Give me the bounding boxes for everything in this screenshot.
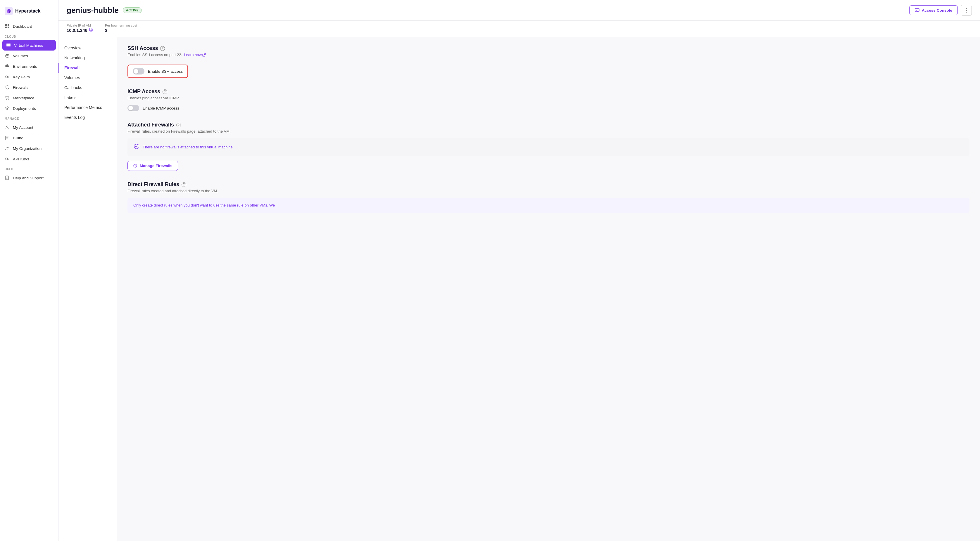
ssh-access-section: SSH Access ? Enables SSH access on port … xyxy=(127,45,969,78)
sidebar-item-marketplace[interactable]: Marketplace xyxy=(0,93,58,103)
svg-rect-19 xyxy=(915,8,919,12)
svg-point-7 xyxy=(10,44,10,44)
direct-fw-help-icon[interactable]: ? xyxy=(181,182,186,187)
manage-firewalls-button[interactable]: Manage Firewalls xyxy=(127,161,178,171)
private-ip-info: Private IP of VM 10.0.1.246 xyxy=(67,24,93,33)
my-organization-label: My Organization xyxy=(13,146,41,151)
sidebar-item-key-pairs[interactable]: Key Pairs xyxy=(0,71,58,82)
api-key-icon xyxy=(5,156,10,162)
ssh-toggle-track xyxy=(133,68,145,75)
volumes-label: Volumes xyxy=(13,54,28,58)
cost-value: $ xyxy=(105,28,137,33)
subnav-events-log[interactable]: Events Log xyxy=(59,113,117,122)
sidebar-item-environments[interactable]: Environments xyxy=(0,61,58,71)
vm-name-title: genius-hubble xyxy=(67,6,119,15)
icmp-access-section: ICMP Access ? Enables ping access via IC… xyxy=(127,89,969,111)
marketplace-label: Marketplace xyxy=(13,96,35,100)
subnav-firewall[interactable]: Firewall xyxy=(59,63,117,73)
sidebar-item-virtual-machines[interactable]: Virtual Machines xyxy=(2,40,56,51)
svg-point-8 xyxy=(10,46,10,46)
ssh-learn-link[interactable]: Learn how xyxy=(184,52,206,57)
callbacks-label: Callbacks xyxy=(64,85,82,90)
subnav-labels[interactable]: Labels xyxy=(59,93,117,103)
manage-section-label: MANAGE xyxy=(0,114,58,122)
icmp-title-text: ICMP Access xyxy=(127,89,160,95)
sidebar-item-my-account[interactable]: My Account xyxy=(0,122,58,133)
svg-point-11 xyxy=(6,99,7,100)
ssh-toggle[interactable] xyxy=(133,68,145,75)
attached-fw-title: Attached Firewalls ? xyxy=(127,122,969,128)
icmp-toggle[interactable] xyxy=(127,105,139,111)
private-ip-label: Private IP of VM xyxy=(67,24,93,27)
icmp-toggle-label: Enable ICMP access xyxy=(143,106,179,110)
subnav-performance-metrics[interactable]: Performance Metrics xyxy=(59,103,117,113)
help-section-label: HELP xyxy=(0,164,58,173)
status-badge: ACTIVE xyxy=(123,7,142,13)
sidebar-item-deployments[interactable]: Deployments xyxy=(0,103,58,114)
ssh-help-icon[interactable]: ? xyxy=(160,46,165,51)
direct-fw-desc-text: Firewall rules created and attached dire… xyxy=(127,189,218,193)
access-console-button[interactable]: Access Console xyxy=(909,5,958,15)
ssh-desc-text: Enables SSH access on port 22. xyxy=(127,52,182,57)
private-ip-value: 10.0.1.246 xyxy=(67,28,93,33)
sidebar-item-dashboard[interactable]: Dashboard xyxy=(0,21,58,32)
networking-label: Networking xyxy=(64,56,85,60)
firewall-page-content: SSH Access ? Enables SSH access on port … xyxy=(117,37,980,541)
direct-fw-warning-text: Only create direct rules when you don't … xyxy=(133,202,964,208)
content-area: Overview Networking Firewall Volumes Cal… xyxy=(59,37,980,541)
svg-point-16 xyxy=(8,147,9,148)
attached-firewalls-section: Attached Firewalls ? Firewall rules, cre… xyxy=(127,122,969,171)
users-icon xyxy=(5,146,10,151)
volumes-icon xyxy=(5,53,10,59)
logo: Hyperstack xyxy=(0,5,58,21)
billing-label: Billing xyxy=(13,136,23,140)
hyperstack-logo-icon xyxy=(5,7,13,15)
subnav-overview[interactable]: Overview xyxy=(59,43,117,53)
my-account-label: My Account xyxy=(13,125,33,130)
sidebar-item-billing[interactable]: Billing xyxy=(0,133,58,143)
ip-text: 10.0.1.246 xyxy=(67,28,88,33)
more-icon: ⋮ xyxy=(964,7,969,13)
svg-point-12 xyxy=(8,99,9,100)
store-icon xyxy=(5,95,10,100)
events-label: Events Log xyxy=(64,115,85,120)
vm-info-bar: Private IP of VM 10.0.1.246 Per hour run… xyxy=(59,21,980,37)
svg-rect-2 xyxy=(8,24,10,26)
icmp-title: ICMP Access ? xyxy=(127,89,969,95)
icmp-desc-text: Enables ping access via ICMP. xyxy=(127,96,180,100)
svg-rect-21 xyxy=(89,28,92,31)
deployments-label: Deployments xyxy=(13,106,36,111)
cost-label: Per hour running cost xyxy=(105,24,137,27)
more-options-button[interactable]: ⋮ xyxy=(961,5,972,16)
no-firewalls-notice: There are no firewalls attached to this … xyxy=(127,138,969,156)
manage-fw-label: Manage Firewalls xyxy=(140,163,172,168)
icmp-description: Enables ping access via ICMP. xyxy=(127,96,969,100)
sidebar-item-volumes[interactable]: Volumes xyxy=(0,51,58,61)
svg-point-9 xyxy=(6,54,9,56)
firewall-label: Firewall xyxy=(64,65,80,70)
svg-rect-3 xyxy=(5,27,7,29)
no-firewalls-text: There are no firewalls attached to this … xyxy=(143,145,234,149)
subnav-networking[interactable]: Networking xyxy=(59,53,117,63)
cost-info: Per hour running cost $ xyxy=(105,24,137,33)
sidebar-item-help-support[interactable]: Help and Support xyxy=(0,173,58,183)
ssh-toggle-label: Enable SSH access xyxy=(148,69,183,74)
icmp-help-icon[interactable]: ? xyxy=(162,89,167,94)
subnav-volumes[interactable]: Volumes xyxy=(59,73,117,82)
shield-icon xyxy=(5,85,10,90)
help-support-label: Help and Support xyxy=(13,176,44,180)
ssh-toggle-thumb xyxy=(134,69,138,74)
grid-icon xyxy=(5,24,10,29)
sidebar-item-firewalls[interactable]: Firewalls xyxy=(0,82,58,93)
learn-link-text: Learn how xyxy=(184,52,202,57)
attached-fw-help-icon[interactable]: ? xyxy=(176,123,181,127)
sidebar-item-api-keys[interactable]: API Keys xyxy=(0,154,58,164)
svg-point-15 xyxy=(6,147,7,148)
sidebar-item-my-organization[interactable]: My Organization xyxy=(0,143,58,154)
main-area: genius-hubble ACTIVE Access Console ⋮ Pr… xyxy=(59,0,980,541)
icmp-toggle-row: Enable ICMP access xyxy=(127,105,969,111)
subnav-callbacks[interactable]: Callbacks xyxy=(59,82,117,93)
copy-ip-button[interactable] xyxy=(89,28,93,33)
vm-label: Virtual Machines xyxy=(14,43,43,48)
dashboard-label: Dashboard xyxy=(13,24,32,29)
